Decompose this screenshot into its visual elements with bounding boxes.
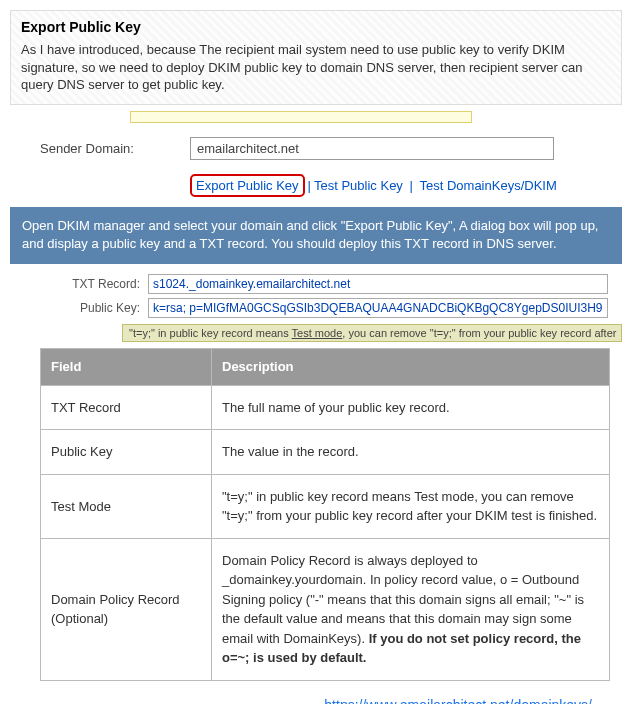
col-description: Description <box>212 349 610 386</box>
action-links: Export Public Key |Test Public Key | Tes… <box>190 174 622 197</box>
table-row: Test Mode "t=y;" in public key record me… <box>41 474 610 538</box>
cell-field: TXT Record <box>41 385 212 430</box>
sender-domain-input[interactable] <box>190 137 554 160</box>
public-key-label: Public Key: <box>62 301 148 315</box>
fields-table: Field Description TXT Record The full na… <box>40 348 610 681</box>
test-mode-hint: "t=y;" in public key record means Test m… <box>122 324 622 342</box>
test-domainkeys-dkim-link[interactable]: Test DomainKeys/DKIM <box>419 178 556 193</box>
hint-suffix: , you can remove "t=y;" from your public… <box>342 327 616 339</box>
cell-field: Domain Policy Record (Optional) <box>41 538 212 680</box>
table-header-row: Field Description <box>41 349 610 386</box>
instruction-band: Open DKIM manager and select your domain… <box>10 207 622 265</box>
table-row: TXT Record The full name of your public … <box>41 385 610 430</box>
hint-bold: Test mode <box>292 327 343 339</box>
intro-text: As I have introduced, because The recipi… <box>21 41 611 94</box>
table-row: Domain Policy Record (Optional) Domain P… <box>41 538 610 680</box>
cell-field: Public Key <box>41 430 212 475</box>
cell-desc: The value in the record. <box>212 430 610 475</box>
export-highlight: Export Public Key <box>190 174 305 197</box>
footer: https://www.emailarchitect.net/domainkey… <box>10 681 622 704</box>
cell-desc: Domain Policy Record is always deployed … <box>212 538 610 680</box>
txt-record-label: TXT Record: <box>62 277 148 291</box>
cell-field: Test Mode <box>41 474 212 538</box>
cell-desc: The full name of your public key record. <box>212 385 610 430</box>
sender-domain-label: Sender Domain: <box>40 141 190 156</box>
intro-panel: Export Public Key As I have introduced, … <box>10 10 622 105</box>
link-separator: | <box>305 178 314 193</box>
export-public-key-link[interactable]: Export Public Key <box>196 178 299 193</box>
public-key-input[interactable] <box>148 298 608 318</box>
link-separator: | <box>403 178 420 193</box>
sender-domain-row: Sender Domain: <box>40 137 622 160</box>
source-url-link[interactable]: https://www.emailarchitect.net/domainkey… <box>324 697 592 704</box>
txt-record-input[interactable] <box>148 274 608 294</box>
public-key-row: Public Key: <box>62 298 622 318</box>
test-public-key-link[interactable]: Test Public Key <box>314 178 403 193</box>
record-area: TXT Record: Public Key: "t=y;" in public… <box>62 274 622 342</box>
page-title: Export Public Key <box>21 19 611 35</box>
table-row: Public Key The value in the record. <box>41 430 610 475</box>
cell-desc: "t=y;" in public key record means Test m… <box>212 474 610 538</box>
hint-prefix: "t=y;" in public key record means <box>129 327 292 339</box>
col-field: Field <box>41 349 212 386</box>
yellow-fragment <box>130 111 472 123</box>
txt-record-row: TXT Record: <box>62 274 622 294</box>
